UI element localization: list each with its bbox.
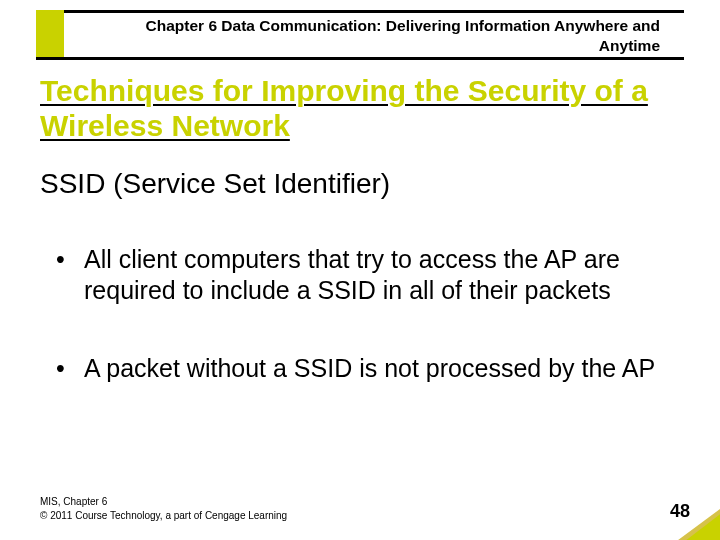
slide-subheading: SSID (Service Set Identifier) xyxy=(40,168,660,200)
chapter-label: Chapter 6 Data Communication: Delivering… xyxy=(100,16,660,56)
footer-line-2: © 2011 Course Technology, a part of Ceng… xyxy=(40,509,287,523)
header-bar: Chapter 6 Data Communication: Delivering… xyxy=(36,10,684,60)
footer-line-1: MIS, Chapter 6 xyxy=(40,495,287,509)
header-top-rule xyxy=(36,10,684,13)
bullet-list: All client computers that try to access … xyxy=(56,244,672,432)
slide-title: Techniques for Improving the Security of… xyxy=(40,74,660,143)
header-accent-tab xyxy=(36,10,64,57)
list-item: A packet without a SSID is not processed… xyxy=(56,353,672,384)
page-number: 48 xyxy=(670,501,690,522)
list-item: All client computers that try to access … xyxy=(56,244,672,305)
footer-text: MIS, Chapter 6 © 2011 Course Technology,… xyxy=(40,495,287,522)
footer-corner-accent xyxy=(610,480,720,540)
